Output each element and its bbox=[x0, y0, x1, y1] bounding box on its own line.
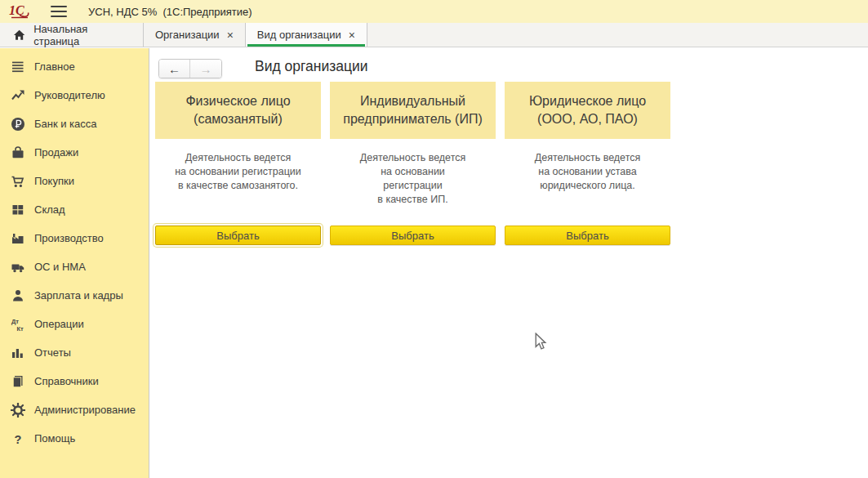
debit-credit-icon: Дт Кт bbox=[11, 317, 25, 332]
sidebar-item-proizvodstvo[interactable]: Производство bbox=[0, 224, 149, 252]
forward-button-disabled: → bbox=[190, 60, 221, 78]
cart-icon bbox=[11, 174, 25, 189]
bag-icon bbox=[11, 145, 25, 160]
card-description-line: Деятельность ведется bbox=[505, 151, 670, 165]
card-title-line: Физическое лицо bbox=[185, 92, 290, 110]
1c-logo: 1С bbox=[8, 2, 38, 20]
card-description: Деятельность ведется на основании устава… bbox=[505, 139, 670, 226]
sidebar-item-label: Администрирование bbox=[34, 404, 136, 416]
sidebar-item-spravochniki[interactable]: Справочники bbox=[0, 367, 149, 395]
select-legal-entity-button[interactable]: Выбрать bbox=[505, 226, 670, 245]
sidebar-item-rukovoditelyu[interactable]: Руководителю bbox=[0, 81, 149, 109]
title-bar: 1С УСН, НДС 5% (1С:Предприятие) bbox=[0, 0, 868, 23]
card-description-line: Деятельность ведется bbox=[330, 151, 496, 165]
book-icon bbox=[11, 374, 25, 389]
home-icon bbox=[13, 29, 25, 42]
sidebar-item-prodazhi[interactable]: Продажи bbox=[0, 138, 149, 167]
sidebar-item-label: Зарплата и кадры bbox=[34, 289, 123, 302]
sidebar-item-otchety[interactable]: Отчеты bbox=[0, 338, 149, 367]
tab-bar: Начальная страница Организации × Вид орг… bbox=[0, 23, 868, 47]
ruble-circle-icon bbox=[11, 117, 25, 132]
card-title-line: Индивидуальный bbox=[360, 92, 465, 110]
sidebar-item-operacii[interactable]: Дт Кт Операции bbox=[0, 310, 149, 338]
sidebar-item-label: Операции bbox=[34, 318, 84, 330]
trend-up-icon bbox=[11, 88, 25, 103]
card-title-line: предприниматель (ИП) bbox=[343, 110, 483, 128]
card-description: Деятельность ведется на основании регист… bbox=[330, 139, 496, 226]
window-title: УСН, НДС 5% (1С:Предприятие) bbox=[88, 6, 251, 18]
card-description-line: на основании регистрации bbox=[155, 165, 321, 179]
sidebar-item-bank-i-kassa[interactable]: Банк и касса bbox=[0, 109, 149, 138]
boxes-icon bbox=[11, 203, 25, 217]
sidebar-item-label: Руководителю bbox=[34, 89, 105, 101]
card-description-line: регистрации bbox=[330, 179, 496, 193]
card-title-line: (самозанятый) bbox=[194, 110, 283, 128]
sidebar-item-os-i-nma[interactable]: ОС и НМА bbox=[0, 252, 149, 281]
sidebar-item-label: Продажи bbox=[34, 146, 78, 159]
section-sidebar: Главное Руководителю Банк и касса Продаж… bbox=[0, 48, 149, 478]
factory-icon bbox=[11, 231, 25, 246]
card-title: Юридическое лицо (ООО, АО, ПАО) bbox=[505, 82, 670, 139]
tab-label: Организации bbox=[155, 29, 220, 41]
sidebar-item-label: Покупки bbox=[34, 175, 74, 187]
tab-organization-type[interactable]: Вид организации × bbox=[246, 23, 367, 47]
card-description-line: на основании bbox=[330, 165, 496, 179]
page-title: Вид организации bbox=[255, 58, 368, 75]
select-self-employed-button[interactable]: Выбрать bbox=[155, 226, 321, 245]
sidebar-item-label: Банк и касса bbox=[34, 118, 97, 130]
history-nav: ← → bbox=[158, 59, 222, 78]
svg-text:?: ? bbox=[15, 432, 22, 445]
bar-chart-icon bbox=[11, 346, 25, 360]
card-description-line: юридического лица. bbox=[505, 179, 670, 193]
close-icon[interactable]: × bbox=[227, 29, 234, 41]
app-window: 1С УСН, НДС 5% (1С:Предприятие) Начальна… bbox=[0, 0, 868, 478]
card-description-line: в качестве самозанятого. bbox=[155, 179, 321, 193]
sidebar-item-label: Главное bbox=[34, 60, 75, 73]
card-individual-entrepreneur: Индивидуальный предприниматель (ИП) Деят… bbox=[330, 82, 496, 245]
card-description-line: на основании устава bbox=[505, 165, 670, 179]
back-button[interactable]: ← bbox=[159, 60, 190, 78]
card-title: Физическое лицо (самозанятый) bbox=[155, 82, 321, 139]
sidebar-item-label: Помощь bbox=[34, 432, 75, 444]
tab-label: Вид организации bbox=[257, 29, 341, 41]
sidebar-item-label: ОС и НМА bbox=[34, 261, 86, 273]
card-title-line: Юридическое лицо bbox=[529, 92, 646, 110]
menu-lines-icon bbox=[11, 60, 25, 74]
sidebar-item-sklad[interactable]: Склад bbox=[0, 195, 149, 224]
truck-icon bbox=[11, 260, 25, 275]
card-description-line: Деятельность ведется bbox=[155, 151, 321, 165]
card-description-line: в качестве ИП. bbox=[330, 193, 496, 207]
card-title: Индивидуальный предприниматель (ИП) bbox=[330, 82, 496, 139]
sidebar-item-glavnoe[interactable]: Главное bbox=[0, 52, 149, 81]
svg-text:Кт: Кт bbox=[17, 324, 24, 332]
sidebar-item-label: Производство bbox=[34, 232, 104, 244]
sidebar-item-pomosch[interactable]: ? Помощь bbox=[0, 424, 149, 453]
person-icon bbox=[11, 288, 25, 303]
sidebar-item-zarplata-i-kadry[interactable]: Зарплата и кадры bbox=[0, 281, 149, 310]
card-individual-self-employed: Физическое лицо (самозанятый) Деятельнос… bbox=[155, 82, 321, 245]
organization-type-cards: Физическое лицо (самозанятый) Деятельнос… bbox=[155, 82, 670, 245]
select-entrepreneur-button[interactable]: Выбрать bbox=[330, 226, 496, 245]
gear-icon bbox=[11, 403, 25, 418]
tab-label: Начальная страница bbox=[33, 23, 131, 47]
sidebar-item-label: Отчеты bbox=[34, 346, 71, 359]
main-menu-icon[interactable] bbox=[51, 6, 67, 17]
main-content: ← → Вид организации Физическое лицо (сам… bbox=[150, 48, 868, 478]
question-icon: ? bbox=[11, 431, 25, 446]
close-icon[interactable]: × bbox=[349, 29, 355, 41]
card-description: Деятельность ведется на основании регист… bbox=[155, 139, 321, 226]
card-title-line: (ООО, АО, ПАО) bbox=[537, 110, 638, 128]
sidebar-item-administrirovanie[interactable]: Администрирование bbox=[0, 395, 149, 424]
card-legal-entity: Юридическое лицо (ООО, АО, ПАО) Деятельн… bbox=[505, 82, 670, 245]
sidebar-item-pokupki[interactable]: Покупки bbox=[0, 167, 149, 195]
sidebar-item-label: Справочники bbox=[34, 375, 99, 387]
logo-text: 1С bbox=[9, 3, 24, 17]
sidebar-item-label: Склад bbox=[34, 203, 65, 216]
tab-home-page[interactable]: Начальная страница bbox=[0, 23, 144, 47]
tab-organizations[interactable]: Организации × bbox=[144, 23, 246, 47]
